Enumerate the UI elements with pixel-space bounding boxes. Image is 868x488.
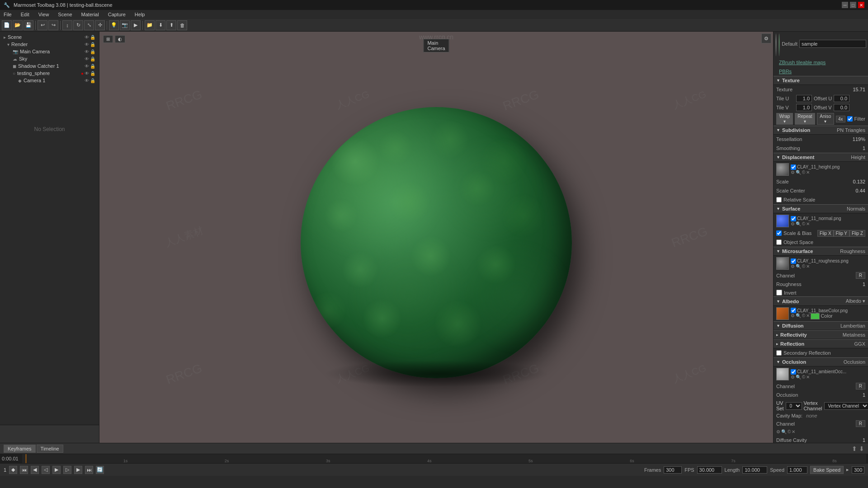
diffusion-section-header[interactable]: ▼ Diffusion Lambertian [774, 321, 868, 330]
normal-map-thumb[interactable] [776, 215, 789, 227]
skip-end-btn[interactable]: ⏭ [85, 466, 93, 474]
occlusion-map-thumb[interactable] [776, 368, 789, 380]
prev-key-btn[interactable]: ◁ [42, 466, 50, 474]
tool-redo[interactable]: ↪ [48, 20, 58, 30]
render-eye-icon[interactable]: 👁 [85, 42, 89, 47]
loop-btn[interactable]: 🔄 [96, 466, 104, 474]
occlusion-section-header[interactable]: ▼ Occlusion Occlusion [774, 357, 868, 366]
tile-v-input[interactable] [796, 104, 812, 111]
repeat-button[interactable]: Repeat ▾ [795, 113, 815, 125]
viewport[interactable]: RRCG 人人CG RRCG 人人CG 人人素材 RRCG 人人素材 RRCG … [99, 32, 773, 443]
camera-lock-icon[interactable]: 🔒 [90, 49, 95, 54]
sphere-lock-icon[interactable]: 👁 [85, 71, 89, 76]
tool-select[interactable]: ✢ [95, 20, 105, 30]
cavity-channel-btn[interactable]: R [856, 420, 865, 427]
occl-clear-icon[interactable]: ✕ [806, 375, 810, 380]
scale-bias-checkbox[interactable] [776, 230, 782, 236]
norm-settings-icon[interactable]: ⚙ [791, 221, 795, 226]
play-pause-btn[interactable]: ▶ [52, 466, 61, 474]
cav-settings-icon[interactable]: ⚙ [776, 429, 780, 434]
shadow-eye-icon[interactable]: 👁 [85, 64, 89, 69]
frames-input[interactable] [664, 466, 682, 474]
albedo-settings-icon[interactable]: ⚙ [791, 313, 795, 319]
tool-undo[interactable]: ↩ [38, 20, 47, 30]
albedo-copy-icon[interactable]: © [802, 313, 805, 319]
preview-sphere-active[interactable] [778, 33, 780, 56]
relative-scale-checkbox[interactable] [776, 197, 782, 202]
timeline-tab[interactable]: Timeline [37, 445, 63, 453]
tree-shadow-catcher[interactable]: ◼ Shadow Catcher 1 👁 🔒 [2, 62, 97, 70]
subdivision-section-header[interactable]: ▼ Subdivision PN Triangles [774, 126, 868, 135]
timeline-ruler[interactable]: 1s 2s 3s 4s 5s 6s 7s 8s [22, 454, 866, 463]
speed-input[interactable] [787, 466, 807, 474]
tool-camera[interactable]: 📷 [120, 20, 130, 30]
rough-search-icon[interactable]: 🔍 [796, 264, 801, 269]
tree-camera-1[interactable]: ◆ Camera 1 👁 🔒 [2, 77, 97, 84]
cam1-eye-icon[interactable]: 👁 [85, 78, 89, 83]
bake-speed-btn[interactable]: Bake Speed [810, 466, 844, 474]
menu-edit[interactable]: Edit [19, 11, 31, 18]
albedo-color-swatch[interactable] [811, 313, 820, 319]
tool-import[interactable]: ⬇ [156, 20, 165, 30]
reflectivity-section-header[interactable]: ▸ Reflectivity Metalness [774, 330, 868, 339]
key-set-btn[interactable]: ◆ [9, 466, 17, 474]
shadow-lock-icon[interactable]: 🔒 [90, 64, 95, 69]
material-name-input[interactable] [799, 40, 866, 48]
title-bar-controls[interactable]: ─ □ ✕ [842, 2, 864, 8]
disp-search-icon[interactable]: 🔍 [796, 170, 801, 175]
preview-sphere-default[interactable] [775, 33, 777, 56]
viewport-grid-btn[interactable]: ⊞ [103, 35, 113, 43]
occl-settings-icon[interactable]: ⚙ [791, 375, 795, 380]
filter-checkbox[interactable] [847, 116, 853, 122]
tool-open[interactable]: 📂 [13, 20, 23, 30]
close-button[interactable]: ✕ [858, 2, 864, 8]
occlusion-enable-checkbox[interactable] [791, 369, 796, 375]
displacement-enable-checkbox[interactable] [791, 164, 796, 170]
flip-z-btn[interactable]: Flip Z [849, 230, 865, 237]
length-input[interactable] [742, 466, 767, 474]
next-key-btn[interactable]: ▷ [63, 466, 71, 474]
surface-section-header[interactable]: ▼ Surface Normals [774, 204, 868, 213]
albedo-clear-icon[interactable]: ✕ [806, 313, 810, 319]
tool-delete[interactable]: 🗑 [177, 20, 187, 30]
tree-sky[interactable]: ☁ Sky 👁 🔒 [2, 55, 97, 62]
minimize-button[interactable]: ─ [842, 2, 848, 8]
disp-clear-icon[interactable]: ✕ [806, 170, 810, 175]
sky-lock-icon[interactable]: 🔒 [90, 56, 95, 61]
viewport-mode-btn[interactable]: ◐ [115, 35, 125, 43]
aniso-button[interactable]: Aniso ▾ [817, 113, 834, 125]
scene-lock-icon[interactable]: 🔒 [90, 35, 95, 40]
zbm-link[interactable]: ZBrush tileable maps [776, 59, 828, 66]
tool-scale[interactable]: ⤡ [84, 20, 94, 30]
flip-y-btn[interactable]: Flip Y [834, 230, 849, 237]
menu-scene[interactable]: Scene [56, 11, 74, 18]
tool-new[interactable]: 📄 [2, 20, 12, 30]
fps-input[interactable] [697, 466, 722, 474]
flip-x-btn[interactable]: Flip X [817, 230, 834, 237]
vertex-channel-select[interactable]: Vertex Channel [824, 402, 868, 410]
prev-frame-btn[interactable]: ◀ [31, 466, 39, 474]
albedo-enable-checkbox[interactable] [791, 308, 796, 313]
menu-material[interactable]: Material [80, 11, 101, 18]
disp-copy-icon[interactable]: © [802, 170, 805, 175]
invert-checkbox[interactable] [776, 290, 782, 296]
displacement-section-header[interactable]: ▼ Displacement Height [774, 153, 868, 162]
timeline-collapse-btn[interactable]: ⬇ [859, 445, 864, 452]
render-lock-icon[interactable]: 🔒 [90, 42, 95, 47]
tile-u-input[interactable] [796, 95, 812, 102]
norm-copy-icon[interactable]: © [802, 221, 805, 226]
occlusion-channel-btn[interactable]: R [856, 383, 865, 389]
albedo-section-header[interactable]: ▼ Albedo Albedo ▾ [774, 296, 868, 306]
object-space-checkbox[interactable] [776, 239, 782, 245]
pbrs-link[interactable]: PBRs [776, 68, 794, 75]
frame-counter-input[interactable] [852, 466, 864, 474]
roughness-enable-checkbox[interactable] [791, 258, 796, 264]
menu-file[interactable]: File [2, 11, 14, 18]
wrap-button[interactable]: Wrap ▾ [776, 113, 793, 125]
tool-move[interactable]: ↕ [62, 20, 72, 30]
sphere-vis-icon[interactable]: 🔒 [90, 71, 95, 76]
cav-search-icon[interactable]: 🔍 [781, 429, 787, 434]
next-frame-btn[interactable]: ▶ [74, 466, 82, 474]
norm-search-icon[interactable]: 🔍 [796, 221, 801, 226]
aniso-value-btn[interactable]: 4x [836, 116, 845, 122]
